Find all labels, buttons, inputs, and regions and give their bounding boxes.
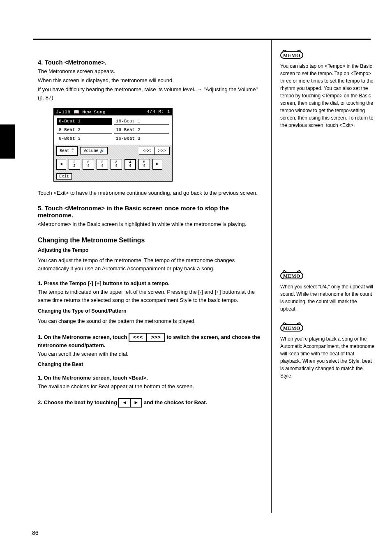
memo-2: MEMO When you select "0/4," only the upb…: [280, 272, 375, 313]
volume-button[interactable]: Volume 🔊: [80, 147, 108, 154]
arrow-nav-icon: ◄ ►: [118, 398, 142, 408]
pattern-item[interactable]: 8-Beat 1: [57, 118, 112, 125]
step-5: 5. Touch <Metronome> in the Basic screen…: [38, 205, 264, 219]
pattern-item[interactable]: 8-Beat 2: [57, 127, 112, 134]
page-number: 86: [32, 530, 39, 536]
beat-body-1: The available choices for Beat appear at…: [38, 382, 264, 391]
exit-button[interactable]: Exit: [56, 173, 72, 180]
step-4-body-3: If you have difficulty hearing the metro…: [38, 85, 264, 102]
page-next-button[interactable]: >>>: [154, 147, 169, 154]
main-column: 4. Touch <Metronome>. The Metronome scre…: [38, 51, 264, 409]
lcd-tempo: J=108 📖 New Song: [56, 109, 106, 115]
pattern-body-2: You can scroll the screen with the dial.: [38, 350, 264, 358]
step-4-body-2: When this screen is displayed, the metro…: [38, 76, 264, 85]
lcd-pattern-list: 8-Beat 1 8-Beat 2 8-Beat 3 16-Beat 1 16-…: [54, 115, 172, 145]
lcd-timesig-row: ◄ 22 04 24 34 44 54 ►: [54, 157, 172, 171]
pattern-item[interactable]: 16-Beat 1: [114, 118, 169, 125]
ts-option[interactable]: 04: [83, 159, 94, 170]
page-nav-icon: <<< >>>: [129, 333, 165, 342]
lcd-footer: Exit: [54, 171, 172, 181]
ts-option[interactable]: 54: [138, 159, 150, 170]
memo-icon: MEMO: [280, 324, 303, 332]
pattern-item[interactable]: 16-Beat 3: [114, 135, 169, 142]
tempo-step: 1. Press the Tempo [-] [+] buttons to ad…: [38, 280, 264, 286]
arrow-right-icon: ►: [130, 399, 141, 407]
arrow-left-icon: ◄: [119, 399, 130, 407]
memo-2-text: When you select "0/4," only the upbeat w…: [280, 283, 375, 313]
pattern-body-1: You can change the sound or the pattern …: [38, 317, 264, 325]
memo-3: MEMO When you're playing back a song or …: [280, 324, 375, 380]
ts-next-button[interactable]: ►: [152, 159, 162, 170]
memo-1: MEMO You can also tap on <Tempo> in the …: [280, 51, 375, 129]
lcd-screenshot: J=108 📖 New Song 4/4 M: 1 8-Beat 1 8-Bea…: [53, 108, 173, 182]
heading-tempo: Adjusting the Tempo: [38, 247, 88, 253]
chev-left-icon: <<<: [129, 334, 146, 341]
speaker-icon: 🔊: [99, 148, 104, 153]
tempo-body-1: You can adjust the tempo of the metronom…: [38, 256, 264, 273]
beat-step-1: 1. On the Metronome screen, touch <Beat>…: [38, 375, 264, 381]
step-4-body-1: The Metronome screen appears.: [38, 67, 264, 76]
tempo-body-2: The tempo is indicated on the upper left…: [38, 288, 264, 304]
column-divider: [271, 40, 272, 513]
heading-change-settings: Changing the Metronome Settings: [38, 237, 264, 244]
memo-1-text: You can also tap on <Tempo> in the Basic…: [280, 62, 375, 129]
ts-option-selected[interactable]: 44: [125, 159, 136, 170]
lcd-timesig: 4/4 M: 1: [147, 109, 170, 115]
page-nav: <<< >>>: [139, 147, 170, 155]
section-tab: [0, 124, 15, 159]
beat-button[interactable]: Beat 44: [56, 146, 78, 156]
header-rule: [33, 39, 371, 40]
lcd-mid-row: Beat 44 Volume 🔊 <<< >>>: [54, 145, 172, 157]
ts-option[interactable]: 22: [69, 159, 80, 170]
pattern-item[interactable]: 8-Beat 3: [57, 135, 112, 142]
heading-beat: Changing the Beat: [38, 362, 83, 367]
lcd-header: J=108 📖 New Song 4/4 M: 1: [54, 108, 172, 115]
exit-note: Touch <Exit> to have the metronome conti…: [38, 189, 264, 197]
memo-3-text: When you're playing back a song or the A…: [280, 335, 375, 380]
step-5-body: <Metronome> in the Basic screen is highl…: [38, 220, 264, 228]
ts-prev-button[interactable]: ◄: [56, 159, 66, 170]
pattern-step: 1. On the Metronome screen, touch <<< >>…: [38, 333, 264, 348]
ts-option[interactable]: 24: [97, 159, 108, 170]
step-4: 4. Touch <Metronome>.: [38, 59, 264, 66]
pattern-item[interactable]: 16-Beat 2: [114, 127, 169, 134]
beat-step-2: 2. Choose the beat by touching ◄ ► and t…: [38, 398, 264, 408]
memo-icon: MEMO: [280, 51, 303, 59]
page-prev-button[interactable]: <<<: [139, 147, 154, 154]
chev-right-icon: >>>: [146, 334, 164, 341]
memo-icon: MEMO: [280, 272, 303, 279]
heading-pattern: Changing the Type of Sound/Pattern: [38, 308, 127, 314]
ts-option[interactable]: 34: [111, 159, 122, 170]
side-column: MEMO You can also tap on <Tempo> in the …: [280, 51, 375, 391]
